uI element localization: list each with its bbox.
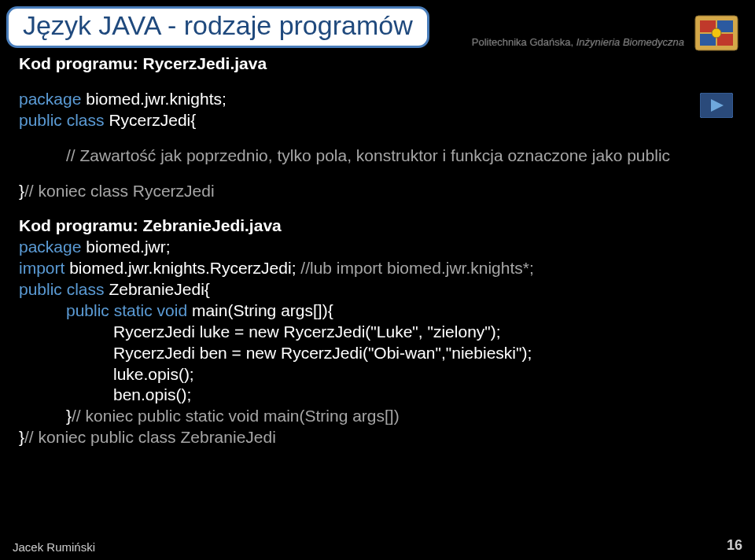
code-line: public class RycerzJedi{: [19, 110, 736, 131]
code-line: luke.opis();: [19, 364, 736, 385]
code-line: package biomed.jwr;: [19, 237, 736, 258]
code-line: }// koniec public static void main(Strin…: [19, 406, 736, 427]
code-line: RycerzJedi luke = new RycerzJedi("Luke",…: [19, 322, 736, 343]
page-number: 16: [727, 537, 742, 554]
slide-title-box: Język JAVA - rodzaje programów: [6, 6, 429, 48]
code-heading-1: Kod programu: RycerzJedi.java: [19, 53, 736, 75]
code-line: import biomed.jwr.knights.RycerzJedi; //…: [19, 258, 736, 279]
code-line: ben.opis();: [19, 385, 736, 406]
institution-italic: Inżynieria Biomedyczna: [576, 36, 684, 48]
code-line: }// koniec public class ZebranieJedi: [19, 427, 736, 448]
code-line: public class ZebranieJedi{: [19, 279, 736, 300]
university-logo: [694, 14, 739, 52]
institution-plain: Politechnika Gdańska,: [472, 36, 576, 48]
code-comment: // Zawartość jak poprzednio, tylko pola,…: [19, 146, 736, 167]
code-line: }// koniec class RycerzJedi: [19, 181, 736, 202]
crest-icon: [694, 14, 739, 52]
author-label: Jacek Rumiński: [13, 540, 95, 554]
institution-label: Politechnika Gdańska, Inżynieria Biomedy…: [472, 35, 684, 49]
slide-content: Kod programu: RycerzJedi.java package bi…: [19, 53, 736, 448]
code-line: public static void main(String args[]){: [19, 300, 736, 322]
code-line: RycerzJedi ben = new RycerzJedi("Obi-wan…: [19, 343, 736, 364]
code-line: package biomed.jwr.knights;: [19, 89, 736, 110]
code-heading-2: Kod programu: ZebranieJedi.java: [19, 216, 736, 237]
svg-point-5: [712, 28, 721, 38]
slide-title: Język JAVA - rodzaje programów: [23, 10, 413, 40]
